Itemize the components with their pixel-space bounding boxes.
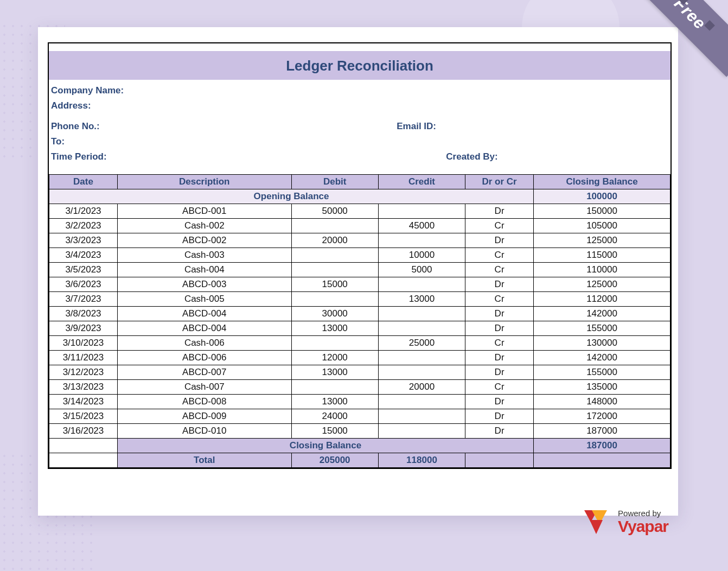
- cell-date: 3/7/2023: [49, 292, 118, 307]
- table-row: 3/15/2023ABCD-00924000Dr172000: [49, 409, 670, 424]
- cell-debit: 15000: [291, 277, 378, 292]
- cell-desc: Cash-004: [117, 263, 291, 277]
- phone-label: Phone No.:: [51, 121, 100, 131]
- table-row: 3/8/2023ABCD-00430000Dr142000: [49, 307, 670, 321]
- cell-desc: Cash-003: [117, 248, 291, 263]
- cell-credit: 13000: [378, 292, 465, 307]
- cell-debit: 50000: [291, 204, 378, 219]
- cell-date: 3/2/2023: [49, 219, 118, 233]
- col-credit: Credit: [378, 175, 465, 189]
- closing-balance-value: 187000: [534, 439, 670, 453]
- cell-drcr: Dr: [465, 409, 534, 424]
- cell-drcr: Cr: [465, 248, 534, 263]
- cell-closing: 125000: [534, 277, 670, 292]
- cell-closing: 142000: [534, 351, 670, 365]
- total-credit: 118000: [378, 453, 465, 468]
- cell-closing: 135000: [534, 380, 670, 395]
- email-label: Email ID:: [397, 121, 436, 131]
- cell-credit: [378, 351, 465, 365]
- cell-debit: 13000: [291, 365, 378, 380]
- cell-drcr: Cr: [465, 292, 534, 307]
- cell-credit: 25000: [378, 336, 465, 351]
- cell-debit: [291, 248, 378, 263]
- cell-closing: 112000: [534, 292, 670, 307]
- cell-closing: 125000: [534, 233, 670, 248]
- vyapar-logo-icon: [581, 508, 614, 535]
- table-header-row: Date Description Debit Credit Dr or Cr C…: [49, 175, 670, 189]
- col-drcr: Dr or Cr: [465, 175, 534, 189]
- cell-desc: ABCD-003: [117, 277, 291, 292]
- cell-date: 3/13/2023: [49, 380, 118, 395]
- col-debit: Debit: [291, 175, 378, 189]
- cell-date: 3/14/2023: [49, 395, 118, 409]
- svg-marker-2: [590, 520, 603, 534]
- cell-credit: [378, 424, 465, 439]
- cell-desc: ABCD-009: [117, 409, 291, 424]
- cell-date: 3/8/2023: [49, 307, 118, 321]
- cell-desc: ABCD-008: [117, 395, 291, 409]
- cell-desc: ABCD-004: [117, 321, 291, 336]
- table-row: 3/10/2023Cash-00625000Cr130000: [49, 336, 670, 351]
- cell-date: 3/10/2023: [49, 336, 118, 351]
- cell-drcr: Dr: [465, 351, 534, 365]
- cell-drcr: Cr: [465, 336, 534, 351]
- cell-debit: 15000: [291, 424, 378, 439]
- cell-date: 3/6/2023: [49, 277, 118, 292]
- cell-desc: ABCD-006: [117, 351, 291, 365]
- total-row: Total 205000 118000: [49, 453, 670, 468]
- closing-balance-label: Closing Balance: [117, 439, 533, 453]
- table-row: 3/14/2023ABCD-00813000Dr148000: [49, 395, 670, 409]
- cell-desc: ABCD-002: [117, 233, 291, 248]
- table-row: 3/4/2023Cash-00310000Cr115000: [49, 248, 670, 263]
- table-row: 3/1/2023ABCD-00150000Dr150000: [49, 204, 670, 219]
- cell-closing: 150000: [534, 204, 670, 219]
- cell-date: 3/4/2023: [49, 248, 118, 263]
- cell-closing: 155000: [534, 321, 670, 336]
- created-by-label: Created By:: [446, 151, 497, 162]
- table-row: 3/13/2023Cash-00720000Cr135000: [49, 380, 670, 395]
- time-period-label: Time Period:: [51, 151, 107, 162]
- cell-closing: 187000: [534, 424, 670, 439]
- cell-desc: ABCD-010: [117, 424, 291, 439]
- cell-drcr: Dr: [465, 307, 534, 321]
- ledger-table: Date Description Debit Credit Dr or Cr C…: [49, 174, 670, 468]
- cell-drcr: Dr: [465, 204, 534, 219]
- cell-drcr: Dr: [465, 277, 534, 292]
- cell-debit: [291, 292, 378, 307]
- document-title: Ledger Reconciliation: [49, 51, 670, 80]
- opening-balance-label: Opening Balance: [49, 189, 534, 204]
- cell-drcr: Dr: [465, 365, 534, 380]
- cell-debit: [291, 263, 378, 277]
- address-label: Address:: [51, 100, 91, 111]
- powered-by-label: Powered by: [618, 509, 668, 517]
- cell-closing: 172000: [534, 409, 670, 424]
- cell-date: 3/15/2023: [49, 409, 118, 424]
- cell-date: 3/11/2023: [49, 351, 118, 365]
- cell-date: 3/16/2023: [49, 424, 118, 439]
- cell-credit: 10000: [378, 248, 465, 263]
- cell-debit: [291, 336, 378, 351]
- cell-desc: Cash-007: [117, 380, 291, 395]
- cell-date: 3/1/2023: [49, 204, 118, 219]
- total-label: Total: [117, 453, 291, 468]
- cell-debit: 24000: [291, 409, 378, 424]
- table-row: 3/16/2023ABCD-01015000Dr187000: [49, 424, 670, 439]
- cell-desc: Cash-006: [117, 336, 291, 351]
- cell-closing: 148000: [534, 395, 670, 409]
- closing-balance-row: Closing Balance 187000: [49, 439, 670, 453]
- cell-drcr: Cr: [465, 380, 534, 395]
- cell-debit: 20000: [291, 233, 378, 248]
- cell-debit: 30000: [291, 307, 378, 321]
- cell-closing: 115000: [534, 248, 670, 263]
- cell-date: 3/5/2023: [49, 263, 118, 277]
- cell-desc: ABCD-007: [117, 365, 291, 380]
- table-row: 3/5/2023Cash-0045000Cr110000: [49, 263, 670, 277]
- cell-credit: [378, 277, 465, 292]
- cell-debit: [291, 380, 378, 395]
- table-row: 3/12/2023ABCD-00713000Dr155000: [49, 365, 670, 380]
- cell-drcr: Dr: [465, 321, 534, 336]
- opening-balance-value: 100000: [534, 189, 670, 204]
- cell-debit: 13000: [291, 395, 378, 409]
- cell-closing: 110000: [534, 263, 670, 277]
- cell-closing: 130000: [534, 336, 670, 351]
